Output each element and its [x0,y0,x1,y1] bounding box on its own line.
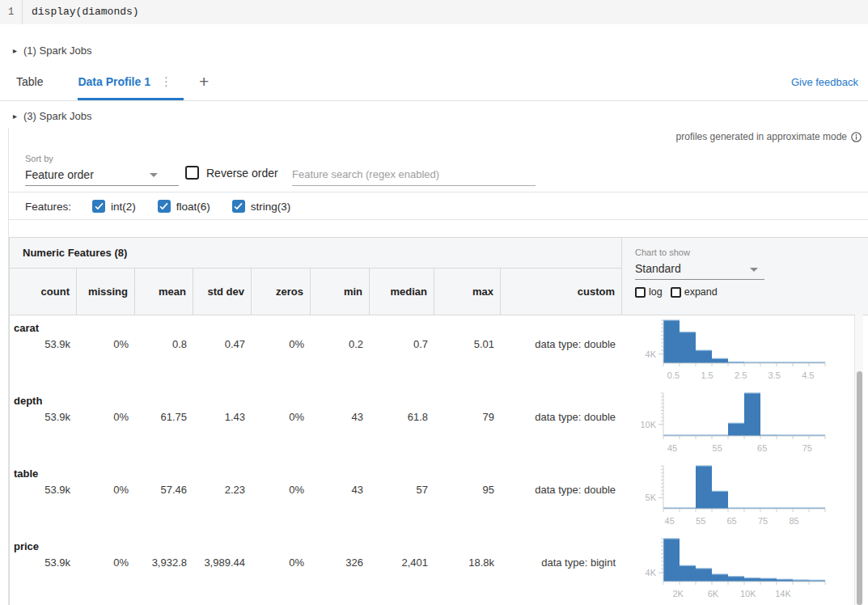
cell-mean: 57.46 [135,484,193,496]
chart-type-value: Standard [635,262,681,275]
cell-min: 0.2 [311,338,370,350]
approximate-mode-note: profiles generated in approximate mode [676,131,862,142]
cell-count: 53.9k [10,411,77,423]
code-editor-line[interactable]: display(diamonds) [23,0,139,24]
divider [9,192,868,192]
cell-zeros: 0% [252,484,311,496]
feature-stats-row: 53.9k0%0.80.470%0.20.75.01data type: dou… [10,338,622,350]
feature-row-price: price53.9k0%3,932.83,989.440%3262,40118.… [10,534,868,605]
feature-filter-checkbox[interactable] [92,200,105,213]
cell-std_dev: 0.47 [193,338,252,350]
expand-checkbox[interactable] [671,287,681,298]
histogram-table: 5K4555657585 [627,463,831,531]
data-profile-panel: profiles generated in approximate mode S… [8,128,868,605]
feature-filter-int[interactable]: int(2) [92,200,136,213]
info-icon[interactable] [851,132,862,142]
feature-name: depth [14,395,42,407]
notebook-cell-output: 1 display(diamonds) ▸ (1) Spark Jobs Tab… [0,0,868,605]
table-header: Numeric Features (8) countmissingmeanstd… [10,238,868,315]
svg-text:55: 55 [713,443,722,453]
cell-count: 53.9k [10,338,77,350]
reverse-order-label: Reverse order [206,167,278,180]
spark-jobs-toggle-inner[interactable]: ▸ (3) Spark Jobs [0,104,868,127]
expand-label: expand [684,286,718,298]
svg-text:2K: 2K [672,589,684,599]
vertical-scrollbar[interactable] [854,315,863,605]
cell-custom: data type: double [501,484,622,496]
column-header-std-dev: std dev [193,269,252,315]
column-header-custom: custom [501,269,622,315]
chart-type-select[interactable]: Standard [635,259,764,280]
svg-text:4.5: 4.5 [802,370,814,380]
column-header-median: median [370,269,434,315]
feature-search-input[interactable] [292,164,536,184]
svg-text:14K: 14K [775,589,791,599]
cell-std_dev: 2.23 [193,484,252,496]
svg-text:85: 85 [789,516,798,526]
collapsed-arrow-icon: ▸ [13,112,17,121]
cell-max: 5.01 [434,338,501,350]
feature-search [292,164,536,186]
svg-text:4K: 4K [646,349,657,359]
feature-filter-label: float(6) [176,201,210,213]
check-icon [159,202,168,211]
svg-text:3.5: 3.5 [768,370,781,380]
cell-min: 43 [311,411,370,423]
column-header-count: count [10,269,77,315]
svg-text:10K: 10K [640,420,656,429]
tabbar-divider [0,100,868,101]
svg-text:0.5: 0.5 [667,370,680,380]
divider [9,219,868,220]
cell-zeros: 0% [252,411,311,423]
tab-table[interactable]: Table [16,63,43,100]
log-checkbox[interactable] [635,287,646,298]
add-tab-button[interactable]: + [199,74,209,90]
chart-check-options: log expand [635,286,868,298]
cell-custom: data type: bigint [501,556,622,569]
chevron-down-icon [150,173,158,177]
line-number: 1 [0,0,23,24]
tab-data-profile[interactable]: Data Profile 1 ⋮ [78,63,183,100]
check-icon [234,202,243,211]
give-feedback-link[interactable]: Give feedback [791,76,858,88]
reverse-order-control[interactable]: Reverse order [185,166,278,180]
log-scale-control[interactable]: log [635,286,663,298]
cell-mean: 0.8 [135,338,193,350]
feature-filter-group: int(2)float(6)string(3) [71,200,290,213]
feature-filter-checkbox[interactable] [232,200,245,213]
svg-text:55: 55 [696,516,705,526]
cell-zeros: 0% [252,556,311,569]
tab-data-profile-label: Data Profile 1 [78,75,150,88]
cell-max: 95 [434,484,501,496]
feature-row-depth: depth53.9k0%61.751.430%4361.879data type… [10,388,868,461]
feature-filter-float[interactable]: float(6) [158,200,210,213]
cell-std_dev: 1.43 [193,411,252,423]
feature-stats-row: 53.9k0%61.751.430%4361.879data type: dou… [10,411,622,423]
sort-by-value: Feature order [25,168,94,181]
feature-filter-checkbox[interactable] [158,200,171,213]
sort-by-select[interactable]: Feature order [25,164,179,186]
tab-table-label: Table [16,75,43,88]
cell-median: 2,401 [370,556,434,569]
cell-max: 18.8k [434,556,501,569]
svg-text:45: 45 [665,516,675,526]
feature-filter-string[interactable]: string(3) [232,200,291,213]
cell-count: 53.9k [10,556,77,569]
cell-min: 43 [311,484,370,496]
spark-jobs-toggle-outer[interactable]: ▸ (1) Spark Jobs [0,39,868,61]
svg-text:5K: 5K [646,493,657,502]
scrollbar-thumb[interactable] [857,371,862,605]
sort-by-label: Sort by [25,154,53,163]
column-header-mean: mean [135,269,193,315]
svg-text:75: 75 [802,443,812,453]
features-filter-row: Features: int(2)float(6)string(3) [25,197,290,216]
cell-median: 57 [370,484,434,496]
expand-control[interactable]: expand [671,286,718,298]
svg-text:6K: 6K [708,589,719,599]
feature-filter-label: int(2) [111,201,136,213]
feature-stats-row: 53.9k0%57.462.230%435795data type: doubl… [10,484,622,496]
reverse-order-checkbox[interactable] [185,166,199,180]
feature-name: table [14,468,38,480]
tab-options-kebab-icon[interactable]: ⋮ [160,74,172,89]
cell-missing: 0% [77,338,135,350]
